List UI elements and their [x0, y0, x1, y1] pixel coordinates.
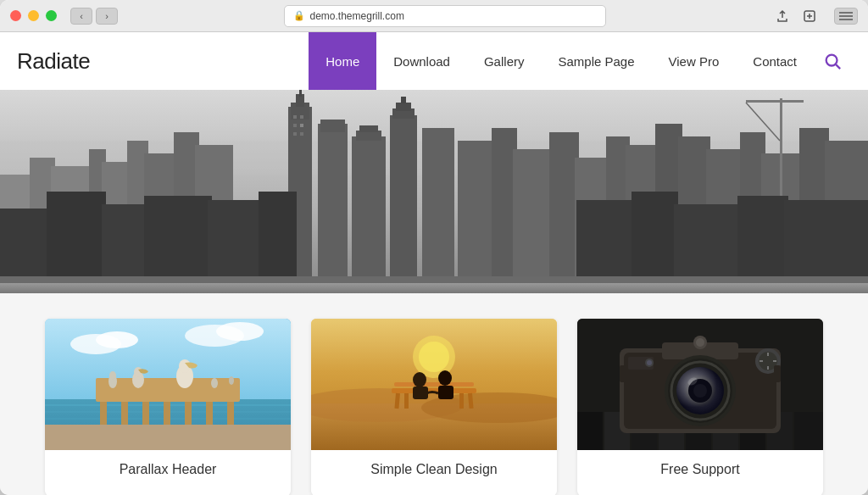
site-content: Radiate Home Download Gallery Sample Pag…: [0, 32, 868, 495]
search-icon: [823, 52, 842, 70]
features-section: Parallax Header: [0, 293, 868, 495]
svg-point-92: [229, 376, 234, 385]
pelican-scene: [45, 319, 291, 450]
maximize-button[interactable]: [46, 10, 57, 21]
svg-rect-32: [300, 115, 303, 119]
svg-rect-23: [352, 136, 386, 293]
forward-button[interactable]: ›: [96, 8, 118, 25]
svg-rect-21: [318, 124, 348, 293]
svg-rect-106: [413, 387, 428, 399]
share-button[interactable]: [771, 5, 793, 27]
svg-rect-77: [96, 378, 240, 402]
back-button[interactable]: ‹: [70, 8, 92, 25]
svg-rect-78: [100, 402, 107, 450]
svg-rect-103: [404, 393, 409, 409]
mac-window-buttons: [10, 10, 57, 21]
svg-rect-79: [121, 402, 128, 450]
svg-rect-80: [142, 402, 149, 450]
svg-rect-67: [0, 283, 868, 293]
nav-download[interactable]: Download: [376, 32, 467, 90]
svg-rect-37: [458, 141, 496, 293]
feature-card-parallax: Parallax Header: [45, 319, 291, 495]
camera-scene: [577, 319, 823, 450]
svg-point-90: [109, 371, 116, 380]
svg-rect-84: [227, 402, 234, 450]
svg-rect-28: [396, 103, 411, 111]
svg-rect-118: [794, 412, 823, 450]
svg-point-91: [211, 378, 218, 388]
nav-home[interactable]: Home: [309, 32, 376, 90]
close-button[interactable]: [10, 10, 21, 21]
hero-cityscape: [0, 90, 868, 293]
svg-point-105: [413, 372, 426, 387]
svg-rect-81: [164, 402, 170, 450]
svg-line-5: [836, 64, 840, 69]
svg-rect-20: [299, 90, 302, 97]
nav-view-pro[interactable]: View Pro: [652, 32, 737, 90]
feature-image-camera: [577, 319, 823, 450]
nav-contact[interactable]: Contact: [736, 32, 814, 90]
svg-rect-22: [320, 120, 345, 132]
url-text: demo.themegrill.com: [310, 10, 404, 22]
feature-card-support: Free Support: [577, 319, 823, 495]
browser-nav-buttons: ‹ ›: [70, 8, 118, 25]
search-button[interactable]: [814, 32, 851, 90]
bench-scene: [311, 319, 557, 450]
svg-rect-53: [780, 100, 804, 103]
minimize-button[interactable]: [28, 10, 39, 21]
svg-point-123: [696, 338, 704, 347]
browser-actions: [771, 5, 821, 27]
svg-rect-34: [300, 124, 303, 127]
mac-window: ‹ › 🔒 demo.themegrill.com: [0, 0, 868, 495]
svg-rect-83: [206, 402, 213, 450]
svg-rect-51: [780, 98, 782, 200]
svg-rect-52: [746, 100, 784, 103]
svg-rect-25: [359, 125, 378, 132]
svg-rect-110: [577, 412, 603, 450]
svg-point-4: [826, 55, 837, 66]
feature-title-design: Simple Clean Design: [311, 450, 557, 482]
hero-banner: [0, 90, 868, 293]
site-logo: Radiate: [17, 48, 309, 75]
feature-title-parallax: Parallax Header: [45, 450, 291, 482]
svg-rect-33: [293, 124, 297, 127]
feature-image-bench: [311, 319, 557, 450]
feature-image-pelicans: [45, 319, 291, 450]
svg-rect-26: [390, 115, 417, 293]
address-bar[interactable]: 🔒 demo.themegrill.com: [284, 5, 606, 27]
svg-point-72: [216, 322, 264, 341]
add-tab-button[interactable]: [798, 5, 821, 27]
svg-point-134: [647, 360, 652, 365]
svg-rect-82: [185, 402, 192, 450]
nav-sample-page[interactable]: Sample Page: [541, 32, 651, 90]
svg-point-130: [693, 384, 707, 398]
svg-rect-40: [549, 132, 579, 293]
svg-rect-104: [459, 393, 464, 409]
svg-rect-142: [774, 365, 781, 382]
svg-rect-31: [293, 115, 297, 119]
lock-icon: 🔒: [293, 10, 305, 21]
svg-point-95: [419, 342, 449, 372]
sidebar-button[interactable]: [834, 8, 858, 25]
svg-rect-35: [293, 132, 297, 136]
mac-titlebar: ‹ › 🔒 demo.themegrill.com: [0, 0, 868, 32]
addressbar-wrap: 🔒 demo.themegrill.com: [118, 5, 771, 27]
svg-rect-29: [401, 97, 406, 103]
site-header: Radiate Home Download Gallery Sample Pag…: [0, 32, 868, 90]
svg-point-70: [96, 331, 138, 348]
svg-rect-36: [300, 132, 303, 136]
svg-rect-30: [422, 128, 454, 293]
feature-card-design: Simple Clean Design: [311, 319, 557, 495]
site-nav: Home Download Gallery Sample Page View P…: [309, 32, 851, 90]
svg-rect-100: [394, 382, 474, 387]
nav-gallery[interactable]: Gallery: [467, 32, 542, 90]
svg-rect-141: [620, 365, 626, 382]
svg-point-107: [438, 370, 452, 386]
svg-rect-108: [438, 386, 453, 399]
feature-title-support: Free Support: [577, 450, 823, 482]
svg-rect-39: [513, 149, 555, 293]
